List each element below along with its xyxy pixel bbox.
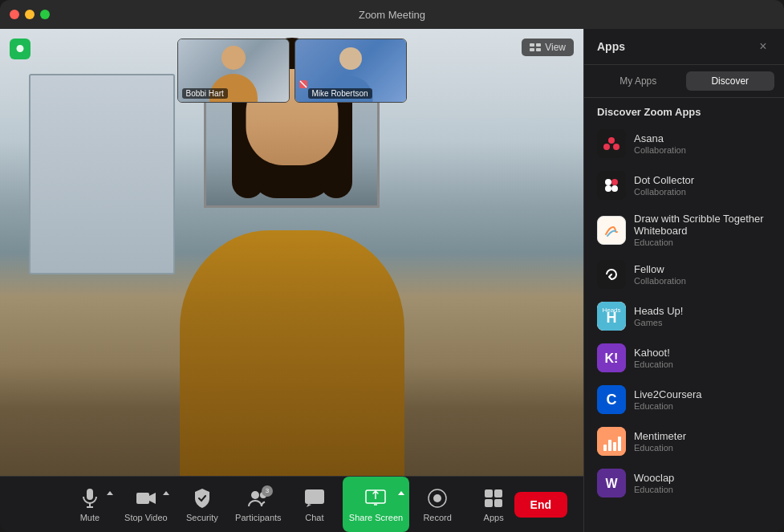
participant-thumb-mike[interactable]: Mike Robertson: [295, 39, 407, 103]
apps-panel-title: Apps: [597, 40, 625, 53]
app-info-fellow: Fellow Collaboration: [634, 263, 771, 286]
svg-point-24: [603, 144, 610, 150]
record-label: Record: [423, 513, 451, 522]
participants-button[interactable]: 3 Participants: [230, 477, 286, 532]
svg-rect-1: [536, 43, 541, 47]
apps-header: Apps ×: [584, 29, 784, 65]
app-info-draw-scribble: Draw with Scribble Together Whiteboard E…: [634, 213, 771, 247]
svg-rect-3: [536, 48, 541, 51]
participant-thumbnails: Bobbi Hart Mike Robertson: [177, 39, 407, 103]
svg-point-27: [611, 179, 618, 185]
person-body: [180, 230, 404, 476]
app-window: Zoom Meeting View: [0, 0, 784, 532]
window-title: Zoom Meeting: [359, 9, 425, 21]
svg-rect-42: [613, 442, 616, 451]
svg-point-28: [605, 185, 611, 192]
app-category-kahoot: Education: [634, 359, 771, 369]
chat-label: Chat: [305, 513, 323, 522]
security-button[interactable]: Security: [174, 477, 230, 532]
svg-rect-2: [530, 48, 534, 51]
participant-thumb-bobbi[interactable]: Bobbi Hart: [177, 39, 290, 103]
end-button[interactable]: End: [514, 492, 567, 518]
svg-rect-20: [494, 489, 502, 497]
svg-rect-43: [618, 437, 621, 451]
svg-text:C: C: [607, 392, 617, 408]
svg-rect-21: [485, 499, 493, 507]
fullscreen-button[interactable]: [40, 10, 50, 19]
view-label: View: [545, 42, 566, 53]
content-area: View Bobbi Hart: [0, 29, 784, 532]
app-category-dot-collector: Collaboration: [634, 187, 771, 197]
app-badge: [10, 39, 30, 59]
share-screen-icon: [364, 487, 387, 510]
muted-icon: [299, 79, 308, 89]
mic-icon: [79, 487, 101, 510]
app-info-asana: Asana Collaboration: [634, 132, 771, 155]
app-item-fellow[interactable]: Fellow Collaboration: [591, 254, 778, 295]
view-button[interactable]: View: [522, 39, 574, 56]
svg-point-25: [613, 144, 619, 150]
svg-rect-19: [485, 489, 493, 497]
stop-video-label: Stop Video: [124, 513, 168, 522]
app-icon-wooclap: W: [597, 469, 626, 497]
participants-icon: 3: [247, 487, 270, 510]
app-icon-mentimeter: [597, 427, 626, 456]
mute-button[interactable]: Mute: [62, 477, 118, 532]
svg-point-18: [433, 494, 441, 502]
stop-video-button[interactable]: Stop Video: [118, 477, 174, 532]
app-name-dot-collector: Dot Collector: [634, 174, 771, 186]
svg-text:Heads: Heads: [602, 307, 620, 314]
app-category-fellow: Collaboration: [634, 276, 771, 286]
app-name-draw-scribble: Draw with Scribble Together Whiteboard: [634, 213, 771, 237]
app-item-kahoot[interactable]: K! Kahoot! Education: [591, 337, 778, 379]
svg-point-26: [605, 179, 611, 185]
app-category-mentimeter: Education: [634, 443, 771, 453]
app-name-heads-up: Heads Up!: [634, 305, 771, 317]
traffic-lights: [10, 10, 50, 19]
app-icon-kahoot: K!: [597, 343, 626, 372]
apps-toolbar-label: Apps: [484, 513, 504, 522]
app-info-wooclap: Wooclap Education: [634, 472, 771, 494]
participant-name-mike: Mike Robertson: [308, 88, 372, 99]
svg-point-10: [251, 491, 259, 499]
apps-section-title: Discover Zoom Apps: [584, 98, 784, 123]
app-name-kahoot: Kahoot!: [634, 347, 771, 359]
svg-text:W: W: [605, 477, 618, 490]
svg-rect-12: [305, 489, 324, 504]
app-item-draw-scribble[interactable]: Draw with Scribble Together Whiteboard E…: [591, 206, 778, 254]
app-item-mentimeter[interactable]: Mentimeter Education: [591, 420, 778, 462]
minimize-button[interactable]: [25, 10, 35, 19]
share-screen-label: Share Screen: [349, 513, 403, 522]
app-item-heads-up[interactable]: H Heads Heads Up! Games: [591, 295, 778, 337]
apps-toolbar-button[interactable]: Apps: [465, 477, 522, 532]
app-info-kahoot: Kahoot! Education: [634, 347, 771, 369]
app-item-live2coursera[interactable]: C Live2Coursera Education: [591, 379, 778, 420]
svg-point-23: [608, 137, 615, 144]
record-button[interactable]: Record: [409, 477, 465, 532]
app-item-wooclap[interactable]: W Wooclap Education: [591, 462, 778, 504]
svg-rect-40: [603, 445, 607, 451]
app-item-dot-collector[interactable]: Dot Collector Collaboration: [591, 164, 778, 206]
svg-rect-0: [530, 43, 534, 47]
app-icon-heads-up: H Heads: [597, 302, 626, 331]
app-category-asana: Collaboration: [634, 145, 771, 155]
app-item-asana[interactable]: Asana Collaboration: [591, 123, 778, 164]
titlebar: Zoom Meeting: [0, 0, 784, 29]
tab-discover[interactable]: Discover: [686, 71, 775, 91]
tab-my-apps[interactable]: My Apps: [594, 71, 683, 91]
svg-rect-6: [87, 489, 93, 500]
chat-button[interactable]: Chat: [286, 477, 343, 532]
app-category-wooclap: Education: [634, 485, 771, 494]
apps-icon: [482, 487, 505, 510]
app-category-heads-up: Games: [634, 318, 771, 327]
camera-icon: [135, 487, 157, 510]
apps-sidebar: Apps × My Apps Discover Discover Zoom Ap…: [583, 29, 784, 532]
close-button[interactable]: [10, 10, 19, 19]
chat-icon: [303, 487, 326, 510]
app-info-dot-collector: Dot Collector Collaboration: [634, 174, 771, 197]
close-apps-button[interactable]: ×: [755, 39, 771, 55]
security-label: Security: [186, 513, 218, 522]
share-screen-button[interactable]: Share Screen: [343, 477, 409, 532]
svg-point-29: [611, 185, 618, 192]
shield-icon: [191, 487, 213, 510]
